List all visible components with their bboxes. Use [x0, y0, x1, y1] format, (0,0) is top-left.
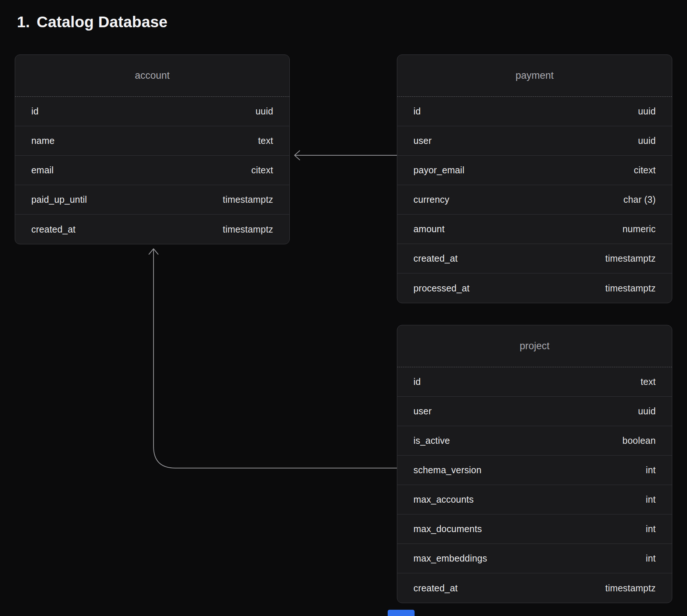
column-name: schema_version [413, 465, 482, 475]
column-name: paid_up_until [31, 194, 87, 205]
column-type: int [646, 553, 656, 564]
table-row: iduuid [15, 97, 289, 126]
column-name: max_embeddings [413, 553, 487, 564]
column-type: int [646, 524, 656, 534]
table-row: max_documentsint [397, 514, 672, 544]
column-type: numeric [623, 224, 656, 234]
column-name: processed_at [413, 283, 470, 294]
column-name: user [413, 406, 431, 417]
column-type: text [641, 376, 656, 387]
table-row: processed_attimestamptz [397, 273, 672, 303]
table-row: idtext [397, 367, 672, 397]
relation-arrow-project-account [149, 249, 397, 468]
column-type: uuid [638, 106, 656, 117]
page-title: 1. Catalog Database [17, 13, 168, 31]
column-name: max_documents [413, 524, 482, 534]
column-name: user [413, 135, 431, 146]
column-name: payor_email [413, 165, 464, 176]
table-card-project[interactable]: project idtextuseruuidis_activebooleansc… [397, 325, 672, 603]
table-card-account[interactable]: account iduuidnametextemailcitextpaid_up… [15, 54, 290, 244]
table-name-project: project [397, 325, 672, 367]
column-type: uuid [638, 406, 656, 417]
column-type: citext [634, 165, 656, 176]
column-type: uuid [638, 135, 656, 146]
column-name: amount [413, 224, 445, 234]
column-name: max_accounts [413, 494, 474, 505]
page-title-number: 1. [17, 13, 30, 31]
relation-arrow-payment-account [295, 151, 397, 160]
table-card-payment[interactable]: payment iduuiduseruuidpayor_emailcitextc… [397, 54, 672, 303]
column-type: text [258, 135, 273, 146]
table-row: created_attimestamptz [397, 244, 672, 273]
table-row: created_attimestamptz [397, 573, 672, 603]
column-type: char (3) [623, 194, 656, 205]
erd-canvas: 1. Catalog Database account iduuidnamete… [0, 0, 687, 616]
column-type: timestamptz [605, 283, 656, 294]
column-type: uuid [256, 106, 273, 117]
table-columns-payment: iduuiduseruuidpayor_emailcitextcurrencyc… [397, 97, 672, 303]
table-row: max_accountsint [397, 485, 672, 514]
table-columns-project: idtextuseruuidis_activebooleanschema_ver… [397, 367, 672, 603]
table-row: payor_emailcitext [397, 156, 672, 185]
table-row: is_activeboolean [397, 426, 672, 456]
column-type: timestamptz [605, 253, 656, 264]
table-name-account: account [15, 55, 289, 97]
table-row: nametext [15, 126, 289, 156]
table-row: iduuid [397, 97, 672, 126]
column-name: email [31, 165, 54, 176]
column-type: timestamptz [223, 194, 273, 205]
column-name: currency [413, 194, 449, 205]
column-type: timestamptz [223, 224, 273, 235]
column-type: citext [251, 165, 273, 176]
partially-visible-blue-element [388, 610, 415, 616]
table-row: useruuid [397, 397, 672, 426]
table-row: schema_versionint [397, 456, 672, 485]
column-type: timestamptz [605, 583, 656, 594]
column-name: created_at [31, 224, 75, 235]
table-row: useruuid [397, 126, 672, 156]
table-name-payment: payment [397, 55, 672, 97]
table-row: created_attimestamptz [15, 215, 289, 244]
table-columns-account: iduuidnametextemailcitextpaid_up_untilti… [15, 97, 289, 244]
table-row: currencychar (3) [397, 185, 672, 215]
column-name: is_active [413, 435, 450, 446]
table-row: amountnumeric [397, 215, 672, 244]
column-type: boolean [623, 435, 656, 446]
column-name: created_at [413, 253, 458, 264]
column-type: int [646, 465, 656, 475]
column-name: id [413, 376, 421, 387]
table-row: paid_up_untiltimestamptz [15, 185, 289, 215]
column-type: int [646, 494, 656, 505]
page-title-text: Catalog Database [36, 13, 168, 31]
table-row: max_embeddingsint [397, 544, 672, 573]
column-name: id [413, 106, 421, 117]
column-name: id [31, 106, 39, 117]
column-name: created_at [413, 583, 458, 594]
column-name: name [31, 135, 54, 146]
table-row: emailcitext [15, 156, 289, 185]
